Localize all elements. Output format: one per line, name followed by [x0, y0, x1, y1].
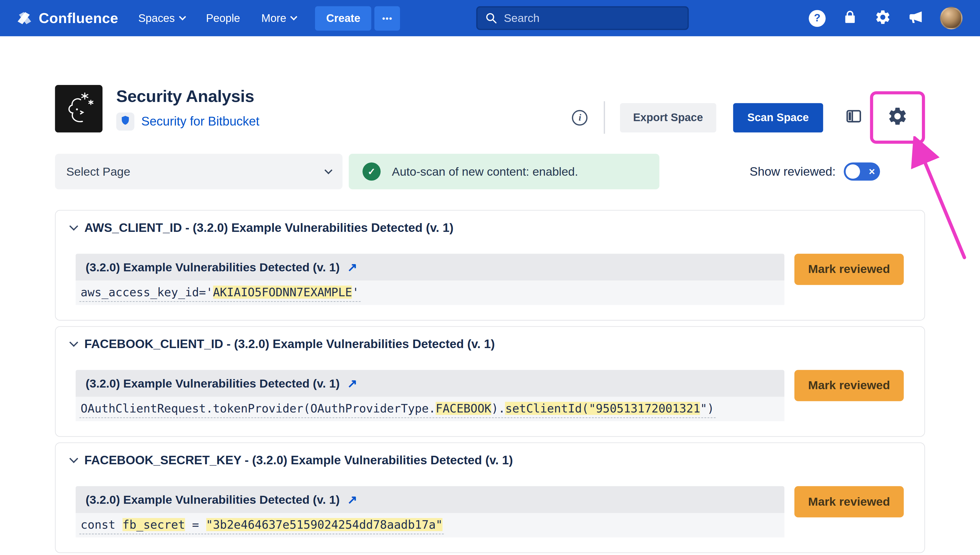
chevron-down-icon — [324, 166, 332, 174]
code-text: OAuthClientRequest.tokenProvider(OAuthPr… — [80, 400, 715, 418]
check-icon: ✓ — [367, 166, 375, 177]
help-button[interactable]: ? — [809, 10, 826, 27]
nav-more[interactable]: More — [261, 11, 296, 25]
confluence-home-link[interactable]: Confluence — [16, 10, 118, 27]
feedback-button[interactable] — [908, 9, 924, 27]
card-header: AWS_CLIENT_ID - (3.2.0) Example Vulnerab… — [71, 219, 904, 236]
finding-block: (3.2.0) Example Vulnerabilities Detected… — [75, 254, 784, 305]
search-icon — [485, 12, 498, 24]
chevron-down-icon — [290, 13, 297, 20]
space-settings-button[interactable] — [887, 106, 908, 129]
finding-page-title: (3.2.0) Example Vulnerabilities Detected… — [85, 493, 340, 507]
export-space-button[interactable]: Export Space — [620, 103, 716, 132]
finding-header: (3.2.0) Example Vulnerabilities Detected… — [75, 486, 784, 513]
code-snippet: OAuthClientRequest.tokenProvider(OAuthPr… — [75, 397, 784, 421]
code-segment: fb_secret — [122, 518, 185, 531]
layout-panels-icon — [845, 107, 863, 127]
lock-icon — [842, 9, 858, 27]
vulnerability-title: AWS_CLIENT_ID - (3.2.0) Example Vulnerab… — [85, 221, 454, 235]
autoscan-banner: ✓ Auto-scan of new content: enabled. — [349, 154, 659, 189]
show-reviewed-control: Show reviewed: × — [750, 162, 880, 181]
top-nav: Confluence Spaces People More Create ••• — [0, 0, 980, 36]
collapse-chevron-icon[interactable] — [69, 338, 78, 347]
panel-view-button[interactable] — [845, 107, 863, 127]
code-segment: AKIAIO5FODNN7EXAMPLE — [213, 285, 352, 298]
finding-block: (3.2.0) Example Vulnerabilities Detected… — [75, 370, 784, 421]
info-icon[interactable]: i — [572, 110, 588, 125]
header-actions: i Export Space Scan Space — [572, 91, 925, 144]
code-segment: setClientId("950513172001321 — [505, 401, 700, 415]
select-page-dropdown[interactable]: Select Page — [55, 154, 343, 189]
gear-icon — [887, 106, 908, 129]
code-segment: "3b2e464637e5159024254dd78aadb17a" — [206, 518, 443, 531]
code-text: const fb_secret = "3b2e464637e5159024254… — [80, 517, 444, 534]
collapse-chevron-icon[interactable] — [69, 222, 78, 231]
overflow-menu-button[interactable]: ••• — [375, 6, 400, 30]
code-segment: ") — [700, 401, 714, 415]
vulnerability-card: FACEBOOK_SECRET_KEY - (3.2.0) Example Vu… — [55, 442, 925, 553]
finding-header: (3.2.0) Example Vulnerabilities Detected… — [75, 254, 784, 281]
finding-page-title: (3.2.0) Example Vulnerabilities Detected… — [85, 377, 340, 390]
nav-menu: Spaces People More — [138, 11, 296, 25]
nav-spaces-label: Spaces — [138, 11, 175, 25]
space-avatar — [55, 85, 103, 132]
toggle-off-icon: × — [869, 166, 875, 177]
search-input[interactable] — [504, 11, 680, 25]
card-header: FACEBOOK_CLIENT_ID - (3.2.0) Example Vul… — [71, 335, 904, 353]
toggle-knob — [846, 164, 860, 179]
vulnerability-title: FACEBOOK_SECRET_KEY - (3.2.0) Example Vu… — [85, 453, 513, 467]
cards-list: AWS_CLIENT_ID - (3.2.0) Example Vulnerab… — [55, 210, 925, 553]
nav-icon-cluster: ? — [809, 7, 964, 29]
code-segment: ). — [491, 401, 505, 415]
vulnerability-card: AWS_CLIENT_ID - (3.2.0) Example Vulnerab… — [55, 210, 925, 321]
show-reviewed-label: Show reviewed: — [750, 164, 836, 179]
external-link-icon[interactable]: ↗ — [347, 492, 357, 507]
annotation-highlight-box — [870, 91, 925, 144]
admin-lock-button[interactable] — [842, 9, 858, 27]
question-mark-icon: ? — [809, 10, 826, 27]
external-link-icon[interactable]: ↗ — [347, 376, 357, 391]
code-segment: = — [185, 518, 206, 531]
create-button[interactable]: Create — [315, 6, 371, 30]
nav-people-label: People — [206, 11, 240, 25]
gear-icon — [874, 8, 892, 28]
nav-people[interactable]: People — [206, 11, 240, 25]
vulnerability-title: FACEBOOK_CLIENT_ID - (3.2.0) Example Vul… — [85, 337, 495, 351]
mark-reviewed-button[interactable]: Mark reviewed — [794, 254, 904, 285]
chevron-down-icon — [179, 13, 186, 20]
space-logo-badge — [116, 112, 134, 130]
confluence-page: Confluence Spaces People More Create ••• — [0, 0, 980, 555]
scan-space-button[interactable]: Scan Space — [733, 103, 823, 132]
user-avatar[interactable] — [940, 7, 962, 29]
search-box[interactable] — [476, 6, 689, 30]
brand-name: Confluence — [38, 10, 118, 27]
space-link[interactable]: Security for Bitbucket — [141, 114, 259, 128]
confluence-logo-icon — [16, 10, 32, 26]
autoscan-status-text: Auto-scan of new content: enabled. — [392, 165, 578, 178]
finding-block: (3.2.0) Example Vulnerabilities Detected… — [75, 486, 784, 537]
page-title-block: Security Analysis Security for Bitbucket — [116, 85, 259, 130]
settings-button[interactable] — [874, 8, 892, 28]
page-title: Security Analysis — [116, 87, 259, 106]
mark-reviewed-button[interactable]: Mark reviewed — [794, 486, 904, 517]
code-segment: const — [80, 518, 122, 531]
finding-header: (3.2.0) Example Vulnerabilities Detected… — [75, 370, 784, 397]
main-content: Security Analysis Security for Bitbucket… — [0, 85, 980, 553]
megaphone-icon — [908, 9, 924, 27]
code-text: aws_access_key_id='AKIAIO5FODNN7EXAMPLE' — [80, 284, 361, 302]
mark-reviewed-button[interactable]: Mark reviewed — [794, 370, 904, 401]
check-circle-icon: ✓ — [362, 162, 380, 181]
collapse-chevron-icon[interactable] — [69, 454, 78, 463]
code-segment: OAuthClientRequest.tokenProvider(OAuthPr… — [80, 401, 436, 415]
nav-spaces[interactable]: Spaces — [138, 11, 185, 25]
show-reviewed-toggle[interactable]: × — [844, 162, 880, 181]
nav-more-label: More — [261, 11, 286, 25]
code-segment: FACEBOOK — [436, 401, 491, 415]
external-link-icon[interactable]: ↗ — [347, 260, 357, 274]
card-body: (3.2.0) Example Vulnerabilities Detected… — [75, 486, 904, 537]
divider — [604, 101, 605, 134]
vulnerability-card: FACEBOOK_CLIENT_ID - (3.2.0) Example Vul… — [55, 326, 925, 437]
shield-icon — [120, 115, 131, 128]
finding-page-title: (3.2.0) Example Vulnerabilities Detected… — [85, 260, 340, 274]
code-snippet: const fb_secret = "3b2e464637e5159024254… — [75, 513, 784, 537]
